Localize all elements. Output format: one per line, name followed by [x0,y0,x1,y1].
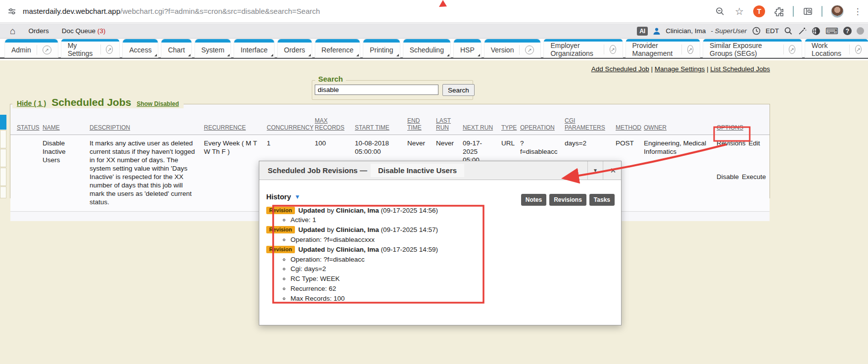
col-owner[interactable]: OWNER [644,124,717,131]
tab-label: Work Locations [812,42,844,57]
tab-reference[interactable]: Reference [315,39,360,57]
col-concurrency[interactable]: CONCURRENCY [267,124,315,131]
link-separator: | [705,65,710,73]
col-recurrence[interactable]: RECURRENCE [204,124,267,131]
popout-icon[interactable]: ➚ [525,46,534,54]
popout-icon[interactable]: ➚ [789,45,795,54]
dialog-close-icon[interactable]: ✕ [605,161,621,180]
tab-accent [403,39,450,43]
revision-user: Clinician, Ima [336,207,379,214]
search-button[interactable]: Search [442,84,475,96]
edit-option-link[interactable]: Edit [749,139,760,173]
tab-orders[interactable]: Orders [278,39,312,57]
tab-label: HSP [460,46,475,54]
extension-avatar-icon[interactable]: T [753,5,765,17]
col-cgi-parameters[interactable]: CGI PARAMETERS [565,117,616,131]
execute-option-link[interactable]: Execute [742,173,766,206]
globe-icon[interactable] [812,27,820,36]
col-next-run[interactable]: NEXT RUN [463,124,501,131]
dialog-header[interactable]: Scheduled Job Revisions —Disable Inactiv… [259,161,621,180]
search-input[interactable] [315,85,438,95]
disable-option-link[interactable]: Disable [717,173,739,206]
url-field[interactable]: masterdaily.dev.webchart.app/webchart.cg… [23,7,320,15]
col-start-time[interactable]: START TIME [355,124,407,131]
col-end-time[interactable]: END TIME [407,117,436,131]
tab-system[interactable]: System [195,39,231,57]
popout-icon[interactable]: ➚ [610,45,616,54]
tab-work-locations[interactable]: Work Locations➚ [805,39,868,57]
tasks-button[interactable]: Tasks [589,194,615,206]
tab-admin[interactable]: Admin➚ [5,39,58,57]
revisions-option-link[interactable]: Revisions [717,139,746,173]
col-last-run[interactable]: LAST RUN [436,117,463,131]
keyboard-icon[interactable]: ⌨ [825,27,838,36]
manage-settings-link[interactable]: Manage Settings [655,65,705,73]
job-name: Disable Inactive Users [43,139,90,206]
extensions-puzzle-icon[interactable] [773,6,784,17]
tab-chart[interactable]: Chart [161,39,191,57]
rail-cell[interactable] [0,168,6,186]
site-settings-icon[interactable] [7,6,17,16]
popout-icon[interactable]: ➚ [43,46,51,54]
orders-link[interactable]: Orders [28,27,48,35]
list-scheduled-jobs-link[interactable]: List Scheduled Jobs [710,65,770,73]
tab-similar-exposure-groups[interactable]: Similar Exposure Groups (SEGs)➚ [703,39,802,57]
ai-badge[interactable]: AI [637,27,648,36]
add-scheduled-job-link[interactable]: Add Scheduled Job [591,65,649,73]
admin-content: Add Scheduled Job | Manage Settings | Li… [0,60,868,364]
hide-link[interactable]: Hide ( 1 ) [17,99,46,107]
tab-label: System [201,46,225,54]
tab-version[interactable]: Version➚ [484,39,541,57]
zoom-out-icon[interactable] [715,6,725,17]
col-name[interactable]: NAME [43,124,90,131]
history-label: History [266,193,291,201]
rail-cell[interactable] [0,149,6,167]
rail-cell[interactable] [0,186,6,198]
link-separator: | [649,65,655,73]
col-status[interactable]: STATUS [17,124,43,131]
search-icon[interactable] [784,27,793,36]
popout-icon[interactable]: ➚ [687,45,693,54]
tab-label: Orders [284,46,305,54]
popout-icon[interactable]: ➚ [106,45,113,54]
tab-scheduling[interactable]: Scheduling [403,39,450,57]
tab-access[interactable]: Access [123,39,158,57]
tab-interface[interactable]: Interface [234,39,274,57]
col-max-records[interactable]: MAX RECORDS [315,117,355,131]
tab-employer-organizations[interactable]: Employer Organizations➚ [544,39,622,57]
tab-accent [315,39,360,43]
browser-menu-icon[interactable]: ⋮ [852,6,863,17]
col-description[interactable]: DESCRIPTION [90,124,204,131]
tab-my-settings[interactable]: My Settings➚ [61,39,120,57]
menu-corner-icon [356,54,359,56]
tab-divider [100,45,101,54]
tab-printing[interactable]: Printing [363,39,399,57]
popout-icon[interactable]: ➚ [855,45,862,54]
notes-button[interactable]: Notes [521,194,546,206]
dialog-menu-caret-icon[interactable]: ▼ [587,161,603,180]
user-name[interactable]: Clinician, Ima [666,27,706,35]
col-method[interactable]: METHOD [616,124,644,131]
help-icon[interactable]: ? [843,27,852,35]
side-search-icon[interactable] [802,6,813,17]
bookmark-star-icon[interactable]: ☆ [734,6,745,17]
rail-selected-cell[interactable] [0,115,6,130]
doc-queue-link[interactable]: Doc Queue (3) [62,27,106,35]
revision-user: Clinician, Ima [336,246,379,253]
revision-list: Revision Updated by Clinician, Ima (09-1… [266,205,614,304]
col-options[interactable]: OPTIONS [717,124,770,131]
magic-wand-icon[interactable] [798,27,807,36]
revisions-button[interactable]: Revisions [549,194,586,206]
tab-provider-management[interactable]: Provider Management➚ [626,39,700,57]
home-icon[interactable]: ⌂ [10,26,15,36]
tab-label: Chart [168,46,185,54]
profile-avatar[interactable] [831,5,844,18]
tab-hsp[interactable]: HSP [454,39,481,57]
show-disabled-link[interactable]: Show Disabled [137,100,179,107]
revision-entry-header: Revision Updated by Clinician, Ima (09-1… [266,205,614,215]
col-operation[interactable]: OPERATION [520,124,565,131]
rail-cell[interactable] [0,130,6,148]
col-type[interactable]: TYPE [501,124,520,131]
job-recurrence: Every Week ( M T W Th F ) [204,139,267,206]
url-host: masterdaily.dev.webchart.app [23,7,120,15]
